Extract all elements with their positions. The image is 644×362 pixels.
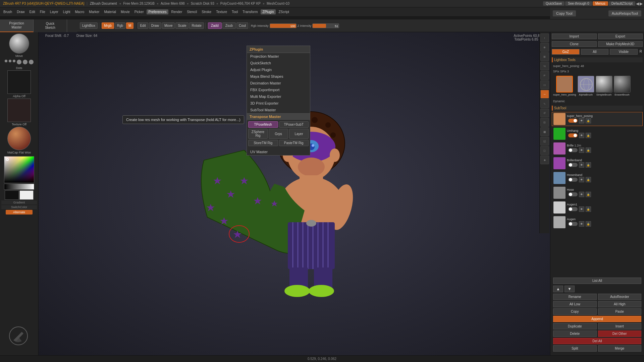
menu-stroke[interactable]: Stroke — [200, 9, 213, 14]
move-button[interactable]: Move — [162, 22, 175, 29]
split-button[interactable]: Split — [553, 345, 597, 352]
menu-item-subtool-master[interactable]: SubTool Master — [247, 107, 310, 113]
auto-reorder-button[interactable]: AutoReorder — [598, 294, 642, 300]
menu-material[interactable]: Material — [102, 9, 118, 14]
menu-marker[interactable]: Marker — [87, 9, 101, 14]
layer-button[interactable]: Layer — [289, 129, 309, 139]
tpose-subt-button[interactable]: TPose>SubT — [279, 121, 309, 128]
menu-picker[interactable]: Picker — [132, 9, 146, 14]
rgb-button[interactable]: Rgb — [115, 22, 125, 29]
thumb-simplebrush[interactable]: SimpleBrush — [596, 76, 612, 96]
menu-item-3d-print[interactable]: 3D Print Exporter — [247, 100, 310, 107]
color-picker[interactable] — [4, 156, 34, 183]
make-polymesh3d-button[interactable]: Make PolyMesh3D — [598, 41, 643, 47]
subtool-item-brille[interactable]: Brille 1.2m 👁 🔒 — [552, 141, 643, 156]
menu-macro[interactable]: Macro — [73, 9, 87, 14]
subtool-item-umhang[interactable]: Umhang 👁 🔒 — [552, 127, 643, 141]
menu-transform[interactable]: Transform — [240, 9, 260, 14]
delete-button[interactable]: Delete — [553, 330, 597, 337]
subtool-eye-icon-augen1[interactable]: 👁 — [579, 206, 584, 212]
side-icon-dynamic[interactable]: ◈ — [540, 156, 549, 164]
side-icon-frame[interactable]: ⊡ — [540, 118, 549, 127]
menu-zplugin[interactable]: ZPlugin — [261, 9, 276, 14]
quick-sketch-tab[interactable]: QuickSketch — [34, 19, 67, 32]
subtool-toggle-augen[interactable] — [568, 222, 578, 226]
subtool-eye-icon-umhang[interactable]: 👁 — [579, 133, 584, 138]
canvas-area[interactable]: Focal Shift: -0.7 Draw Size: 64 ActivePo… — [39, 32, 550, 355]
menu-item-decimation[interactable]: Decimation Master — [247, 80, 310, 86]
brush-preview-sphere[interactable] — [9, 34, 29, 54]
menu-item-maya-blend[interactable]: Maya Blend Shapes — [247, 73, 310, 80]
side-icon-ghost[interactable]: ◻ — [540, 146, 549, 155]
subtool-toggle-augen1[interactable] — [568, 207, 578, 211]
menu-item-uv-master[interactable]: UV Master — [247, 148, 310, 155]
arrow-up-button[interactable]: ▲ — [553, 286, 563, 292]
menu-item-projection-master[interactable]: Projection Master — [247, 53, 310, 60]
side-icon-floor[interactable]: ▭ — [540, 80, 549, 89]
side-icon-scroll[interactable]: ↕ — [540, 34, 549, 42]
lightbox-button[interactable]: LightBox — [80, 22, 98, 29]
thumb-eraserbrush[interactable]: EraserBrush — [614, 76, 631, 96]
side-icon-rotate[interactable]: ↺ — [540, 109, 549, 117]
subtool-toggle-hero[interactable] — [568, 119, 578, 123]
alternate-button[interactable]: Alternate — [6, 210, 33, 215]
menu-edit[interactable]: Edit — [27, 9, 37, 14]
menu-draw[interactable]: Draw — [15, 9, 26, 14]
menu-texture[interactable]: Texture — [214, 9, 229, 14]
side-icon-move[interactable]: ↔ — [540, 90, 549, 99]
subtool-lock-icon-umhang[interactable]: 🔒 — [586, 133, 591, 138]
default-zscript-button[interactable]: DefaultZScript — [609, 1, 635, 6]
seethrough-button[interactable]: See-through 0 — [565, 1, 592, 6]
tpose-mesh-button[interactable]: TPoseMesh — [248, 121, 278, 128]
copy-button[interactable]: Copy — [553, 308, 597, 315]
import-button[interactable]: Import — [552, 34, 597, 39]
rgb-intensity-slider[interactable]: 100 — [270, 23, 297, 28]
duplicate-button[interactable]: Duplicate — [553, 323, 597, 329]
side-icon-polyf[interactable]: ▦ — [540, 127, 549, 136]
menu-render[interactable]: Render — [169, 9, 184, 14]
menu-brush[interactable]: Brush — [1, 9, 14, 14]
merge-button[interactable]: Merge — [598, 345, 642, 352]
subtool-toggle-brille[interactable] — [568, 148, 578, 152]
subtool-item-brillenband[interactable]: Brillenband 👁 🔒 — [552, 156, 643, 170]
menu-item-quick-sketch[interactable]: QuickSketch — [247, 60, 310, 66]
menu-file[interactable]: File — [38, 9, 47, 14]
menu-doc[interactable]: ZBrush Document — [88, 1, 119, 6]
subtool-item-augen[interactable]: Augen 👁 🔒 — [552, 215, 643, 229]
texture-swatch[interactable] — [7, 99, 31, 122]
subtool-lock-icon-hose[interactable]: 🔒 — [586, 192, 591, 197]
nav-left-icon[interactable]: ◀ — [636, 1, 639, 6]
color-swatch-white[interactable] — [19, 190, 34, 200]
arrow-down-button[interactable]: ▼ — [565, 286, 575, 292]
del-all-button[interactable]: Del All — [553, 338, 641, 344]
side-icon-zoom[interactable]: ⊕ — [540, 43, 549, 52]
thumb-posing[interactable]: super_hero_posing — [553, 76, 576, 96]
projection-master-tab[interactable]: ProjectionMaster — [0, 19, 34, 32]
m-button[interactable]: M — [126, 22, 133, 29]
subtool-toggle-hose[interactable] — [568, 192, 578, 196]
subtool-eye-icon-hosenband[interactable]: 👁 — [579, 177, 584, 182]
alpha-swatch[interactable] — [7, 70, 31, 94]
menu-stencil[interactable]: Stencil — [185, 9, 199, 14]
side-icon-transp[interactable]: ◱ — [540, 137, 549, 145]
subtool-toggle-brillenband[interactable] — [568, 163, 578, 167]
list-all-button[interactable]: List All — [553, 278, 641, 284]
subtool-lock-icon-augen1[interactable]: 🔒 — [586, 206, 591, 212]
z-intensity-slider[interactable]: 51 — [312, 23, 339, 28]
draw-button[interactable]: Draw — [149, 22, 161, 29]
subtool-lock-icon-augen[interactable]: 🔒 — [586, 221, 591, 227]
subtool-item-hero[interactable]: super_hero_posing 👁 🔒 — [552, 112, 643, 126]
insert-button[interactable]: Insert — [598, 323, 642, 329]
zsphere-rig-button[interactable]: ZSphere Rig — [248, 129, 268, 139]
gradient-bar[interactable] — [4, 184, 34, 190]
menu-tool[interactable]: Tool — [230, 9, 240, 14]
menu-item-multi-map[interactable]: Multi Map Exporter — [247, 93, 310, 100]
zadd-button[interactable]: Zadd — [208, 22, 222, 29]
side-icon-aaHalf[interactable]: ½ — [540, 62, 549, 70]
menu-item-fbx[interactable]: FBX ExportImport — [247, 86, 310, 93]
color-swatch-black[interactable] — [5, 190, 19, 200]
subtool-lock-icon-hosenband[interactable]: 🔒 — [586, 177, 591, 182]
menu-movie[interactable]: Movie — [119, 9, 132, 14]
side-icon-scale[interactable]: ⤡ — [540, 99, 549, 108]
mrgb-button[interactable]: Mrgb — [102, 22, 114, 29]
